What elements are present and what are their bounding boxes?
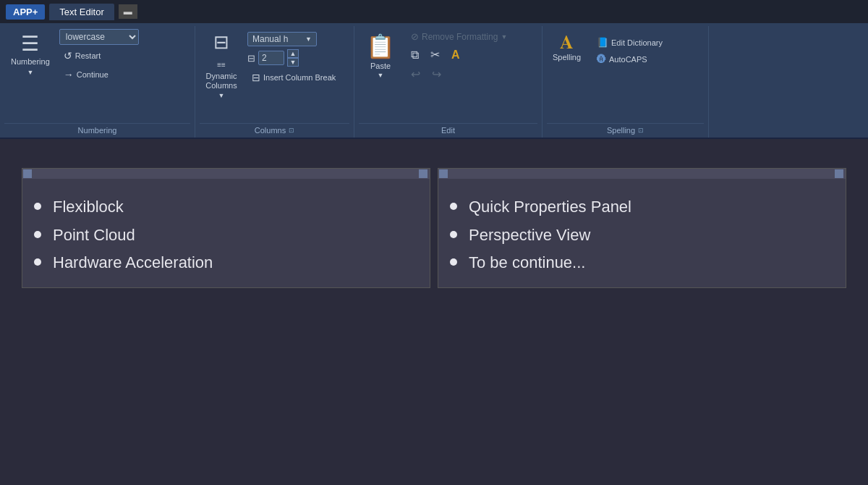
col-count-icon: ⊟	[247, 53, 255, 64]
numbering-button[interactable]: ☰ Numbering ▼	[4, 29, 56, 81]
restart-label: Restart	[75, 51, 101, 60]
remove-formatting-label: Remove Formatting	[422, 32, 498, 42]
edit-icons-row: ⧉ ✂ A	[407, 46, 511, 64]
dynamic-columns-button[interactable]: ⊟≡≡ DynamicColumns ▼	[200, 29, 243, 103]
list-item-text: Quick Properties Panel	[469, 197, 631, 218]
column-2-list: Quick Properties Panel Perspective View …	[450, 179, 834, 277]
ruler-1	[22, 169, 430, 179]
autocaps-button[interactable]: 🅐 AutoCAPS	[592, 51, 667, 67]
list-item-text: Hardware Acceleration	[53, 253, 213, 274]
top-bar: APP+ Text Editor ▬	[0, 0, 868, 23]
column-1-list: Flexiblock Point Cloud Hardware Accelera…	[34, 179, 418, 277]
columns-group: ⊟≡≡ DynamicColumns ▼ Manual h ▼ ⊟	[195, 26, 354, 138]
numbering-icon: ☰	[21, 34, 39, 54]
list-item: Hardware Acceleration	[34, 249, 418, 277]
remove-fmt-arrow: ▼	[501, 33, 507, 41]
text-column-1: Flexiblock Point Cloud Hardware Accelera…	[22, 168, 430, 288]
remove-formatting-icon: ⊘	[411, 31, 419, 42]
numbering-dropdown-arrow: ▼	[27, 69, 33, 76]
list-item-text: Flexiblock	[53, 197, 124, 218]
spin-down-button[interactable]: ▼	[287, 58, 299, 67]
autocaps-icon: 🅐	[597, 54, 606, 64]
dynamic-columns-label: DynamicColumns	[205, 72, 237, 90]
ruler-handle-right-2[interactable]	[835, 169, 843, 178]
numbering-label: Numbering	[11, 57, 50, 66]
font-color-button[interactable]: A	[447, 46, 464, 64]
app-button[interactable]: APP+	[6, 4, 45, 20]
list-item: Perspective View	[450, 222, 834, 250]
insert-col-break-icon: ⊟	[252, 72, 260, 83]
list-item: To be continue...	[450, 249, 834, 277]
edit-dictionary-button[interactable]: 📘 Edit Dictionary	[592, 35, 667, 50]
edit-group-label: Edit	[359, 123, 537, 138]
remove-formatting-button[interactable]: ⊘ Remove Formatting ▼	[407, 29, 511, 44]
bullet-dot	[34, 258, 41, 266]
spelling-icon: 𝐀	[560, 33, 574, 51]
edit-dict-icon: 📘	[597, 37, 608, 48]
continue-label: Continue	[77, 70, 109, 79]
undo-redo-row: ↩ ↪	[407, 65, 511, 83]
col-spinbox-row: ⊟ ▲ ▼	[247, 49, 340, 67]
manual-h-dropdown[interactable]: Manual h ▼	[247, 32, 317, 46]
dynamic-columns-arrow: ▼	[218, 92, 225, 99]
cut-button[interactable]: ✂	[426, 46, 444, 64]
spin-buttons: ▲ ▼	[287, 49, 299, 67]
numbering-style-select[interactable]: lowercase uppercase numeric roman	[59, 29, 139, 45]
bullet-dot	[450, 203, 457, 210]
numbering-group: ☰ Numbering ▼ lowercase uppercase numeri…	[0, 26, 195, 138]
insert-col-break-label: Insert Column Break	[263, 73, 336, 82]
list-item-text: To be continue...	[469, 253, 585, 274]
text-column-2: Quick Properties Panel Perspective View …	[438, 168, 846, 288]
restart-continue-col: lowercase uppercase numeric roman ↺ Rest…	[59, 29, 139, 83]
ruler-handle-left-2[interactable]	[439, 169, 448, 178]
insert-column-break-button[interactable]: ⊟ Insert Column Break	[247, 69, 340, 85]
bullet-dot	[450, 258, 457, 266]
ruler-handle-right-1[interactable]	[419, 169, 427, 178]
edit-dict-label: Edit Dictionary	[611, 38, 663, 47]
doc-area: Flexiblock Point Cloud Hardware Accelera…	[0, 139, 868, 485]
edit-group: 📋 Paste ▼ ⊘ Remove Formatting ▼	[354, 26, 542, 138]
numbering-group-label: Numbering	[4, 123, 190, 138]
spelling-button[interactable]: 𝐀 Spelling	[547, 29, 587, 66]
list-item: Flexiblock	[34, 193, 418, 222]
edit-tools-col: ⊘ Remove Formatting ▼ ⧉ ✂ A ↩ ↪	[407, 29, 511, 83]
bullet-dot	[34, 203, 41, 210]
continue-button[interactable]: → Continue	[59, 67, 139, 83]
spelling-col: 📘 Edit Dictionary 🅐 AutoCAPS	[592, 29, 667, 67]
spin-up-button[interactable]: ▲	[287, 49, 299, 58]
paste-arrow: ▼	[378, 72, 384, 79]
bullet-dot	[450, 231, 457, 238]
columns-container: Flexiblock Point Cloud Hardware Accelera…	[22, 168, 846, 288]
redo-button[interactable]: ↪	[427, 65, 446, 83]
col-count-input[interactable]	[258, 51, 284, 65]
spelling-expand-icon[interactable]: ⊡	[638, 127, 644, 134]
list-item-text: Point Cloud	[53, 225, 135, 246]
spelling-group: 𝐀 Spelling 📘 Edit Dictionary 🅐 AutoCAPS	[542, 26, 709, 138]
paste-label: Paste	[370, 62, 391, 70]
autocaps-label: AutoCAPS	[609, 55, 647, 64]
undo-button[interactable]: ↩	[407, 65, 425, 83]
restart-icon: ↺	[64, 50, 72, 62]
spelling-label: Spelling	[553, 53, 581, 62]
ruler-handle-left-1[interactable]	[23, 169, 32, 178]
columns-expand-icon[interactable]: ⊡	[289, 127, 294, 134]
paste-icon: 📋	[366, 33, 395, 60]
tab-icon-button[interactable]: ▬	[119, 4, 137, 19]
list-item-text: Perspective View	[469, 225, 590, 246]
spelling-group-label: Spelling ⊡	[547, 123, 704, 138]
continue-icon: →	[64, 69, 74, 80]
text-editor-tab[interactable]: Text Editor	[49, 4, 114, 20]
dynamic-columns-icon: ⊟≡≡	[213, 33, 229, 70]
bullet-dot	[34, 231, 41, 238]
paste-button[interactable]: 📋 Paste ▼	[359, 29, 402, 83]
ruler-2	[438, 169, 846, 179]
restart-button[interactable]: ↺ Restart	[59, 48, 139, 64]
list-item: Quick Properties Panel	[450, 193, 834, 222]
list-item: Point Cloud	[34, 222, 418, 250]
columns-group-label: Columns ⊡	[200, 123, 349, 138]
ribbon: ☰ Numbering ▼ lowercase uppercase numeri…	[0, 23, 868, 139]
copy-button[interactable]: ⧉	[407, 46, 423, 64]
col-count-row: Manual h ▼	[247, 32, 340, 46]
